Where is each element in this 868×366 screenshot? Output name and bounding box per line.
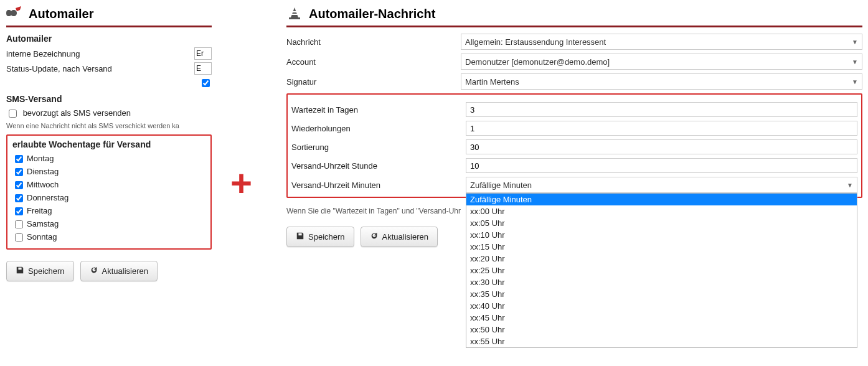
select-account-value: Demonutzer [demonutzer@demo.demo] xyxy=(465,57,610,67)
caret-icon: ▼ xyxy=(852,78,858,85)
minuten-option[interactable]: xx:35 Uhr xyxy=(466,288,857,300)
svg-rect-1 xyxy=(292,11,297,12)
minuten-option[interactable]: xx:50 Uhr xyxy=(466,324,857,336)
caret-icon: ▼ xyxy=(852,39,858,45)
caret-icon: ▼ xyxy=(847,182,853,189)
day-checkbox[interactable] xyxy=(15,155,23,163)
label-account: Account xyxy=(286,57,461,67)
select-minuten[interactable]: Zufällige Minuten▼ xyxy=(466,177,857,193)
checkbox-sms-pref[interactable] xyxy=(9,110,17,118)
sms-note: Wenn eine Nachricht nicht als SMS versch… xyxy=(6,122,212,129)
day-row: Samstag xyxy=(12,218,205,230)
refresh-icon xyxy=(90,266,98,276)
cone-icon xyxy=(286,6,303,22)
label-nachricht: Nachricht xyxy=(286,37,461,47)
refresh-label-left: Aktualisieren xyxy=(102,266,148,276)
day-checkbox[interactable] xyxy=(15,168,23,176)
select-account[interactable]: Demonutzer [demonutzer@demo.demo]▼ xyxy=(461,54,862,70)
label-stunde: Versand-Uhrzeit Stunde xyxy=(291,161,466,171)
minuten-option[interactable]: xx:55 Uhr xyxy=(466,336,857,347)
left-title: Automailer xyxy=(29,7,93,21)
svg-rect-2 xyxy=(291,14,298,15)
select-nachricht[interactable]: Allgemein: Erstaussendung Interessent▼ xyxy=(461,34,862,50)
save-button-left[interactable]: Speichern xyxy=(6,261,74,281)
refresh-button-right[interactable]: Aktualisieren xyxy=(361,227,438,247)
select-signatur-value: Martin Mertens xyxy=(465,77,519,87)
plus-connector: + xyxy=(230,165,252,202)
right-panel-header: Automailer-Nachricht xyxy=(286,6,862,27)
day-label: Freitag xyxy=(27,206,52,215)
timing-highlight-box: Wartezeit in Tagen Wiederholungen Sortie… xyxy=(286,93,862,198)
day-checkbox[interactable] xyxy=(15,233,23,242)
input-wieder[interactable] xyxy=(466,121,857,136)
label-interne: interne Bezeichnung xyxy=(6,49,80,59)
label-sms-pref: bevorzugt als SMS versenden xyxy=(23,108,131,118)
save-icon xyxy=(296,232,304,242)
day-label: Montag xyxy=(27,154,54,163)
refresh-label-right: Aktualisieren xyxy=(382,232,428,242)
minuten-option[interactable]: xx:40 Uhr xyxy=(466,300,857,312)
minuten-option[interactable]: xx:10 Uhr xyxy=(466,229,857,241)
day-row: Montag xyxy=(12,153,205,165)
day-row: Mittwoch xyxy=(12,179,205,191)
row-status-check xyxy=(6,77,212,89)
minuten-option[interactable]: xx:20 Uhr xyxy=(466,253,857,265)
minuten-option[interactable]: xx:25 Uhr xyxy=(466,265,857,276)
minuten-option[interactable]: xx:30 Uhr xyxy=(466,276,857,288)
day-row: Donnerstag xyxy=(12,192,205,204)
day-label: Donnerstag xyxy=(27,193,68,202)
minuten-dropdown-list[interactable]: Zufällige Minutenxx:00 Uhrxx:05 Uhrxx:10… xyxy=(466,193,857,348)
refresh-button-left[interactable]: Aktualisieren xyxy=(80,261,158,281)
day-label: Samstag xyxy=(27,219,59,228)
label-status: Status-Update, nach Versand xyxy=(6,64,112,73)
row-status: Status-Update, nach Versand xyxy=(6,62,212,75)
day-label: Sonntag xyxy=(27,232,57,242)
minuten-option[interactable]: xx:15 Uhr xyxy=(466,241,857,253)
day-checkbox[interactable] xyxy=(15,181,23,189)
day-checkbox[interactable] xyxy=(15,194,23,202)
day-label: Dienstag xyxy=(27,167,59,176)
left-panel-header: Automailer xyxy=(6,6,212,27)
allowed-days-box: erlaubte Wochentage für Versand MontagDi… xyxy=(6,134,212,250)
label-wieder: Wiederholungen xyxy=(291,124,466,133)
label-signatur: Signatur xyxy=(286,77,461,87)
refresh-icon xyxy=(370,232,379,242)
input-stunde[interactable] xyxy=(466,158,857,173)
minuten-option[interactable]: xx:05 Uhr xyxy=(466,217,857,229)
save-label-right: Speichern xyxy=(308,232,345,242)
day-checkbox[interactable] xyxy=(15,220,23,228)
input-sort[interactable] xyxy=(466,139,857,154)
select-nachricht-value: Allgemein: Erstaussendung Interessent xyxy=(465,37,606,47)
save-label-left: Speichern xyxy=(28,266,65,276)
label-minuten: Versand-Uhrzeit Minuten xyxy=(291,181,466,190)
automailer-icon xyxy=(6,6,22,22)
minuten-option[interactable]: Zufällige Minuten xyxy=(466,194,857,205)
right-title: Automailer-Nachricht xyxy=(309,7,435,21)
day-row: Sonntag xyxy=(12,232,205,243)
checkbox-status[interactable] xyxy=(202,79,210,87)
caret-icon: ▼ xyxy=(852,59,858,65)
save-button-right[interactable]: Speichern xyxy=(286,227,354,247)
save-icon xyxy=(16,266,24,276)
section-automailer: Automailer xyxy=(6,34,212,44)
label-wartezeit: Wartezeit in Tagen xyxy=(291,105,466,115)
input-interne[interactable] xyxy=(194,47,212,60)
select-minuten-value: Zufällige Minuten xyxy=(470,181,532,190)
section-sms: SMS-Versand xyxy=(6,94,212,104)
label-sort: Sortierung xyxy=(291,143,466,152)
input-wartezeit[interactable] xyxy=(466,102,857,117)
day-checkbox[interactable] xyxy=(15,207,23,215)
minuten-option[interactable]: xx:00 Uhr xyxy=(466,205,857,217)
svg-rect-0 xyxy=(289,17,300,19)
select-signatur[interactable]: Martin Mertens▼ xyxy=(461,73,862,90)
days-header: erlaubte Wochentage für Versand xyxy=(12,139,205,149)
row-interne: interne Bezeichnung xyxy=(6,47,212,60)
day-label: Mittwoch xyxy=(27,180,59,189)
minuten-option[interactable]: xx:45 Uhr xyxy=(466,312,857,324)
input-status[interactable] xyxy=(194,62,212,75)
day-row: Freitag xyxy=(12,205,205,217)
day-row: Dienstag xyxy=(12,166,205,178)
